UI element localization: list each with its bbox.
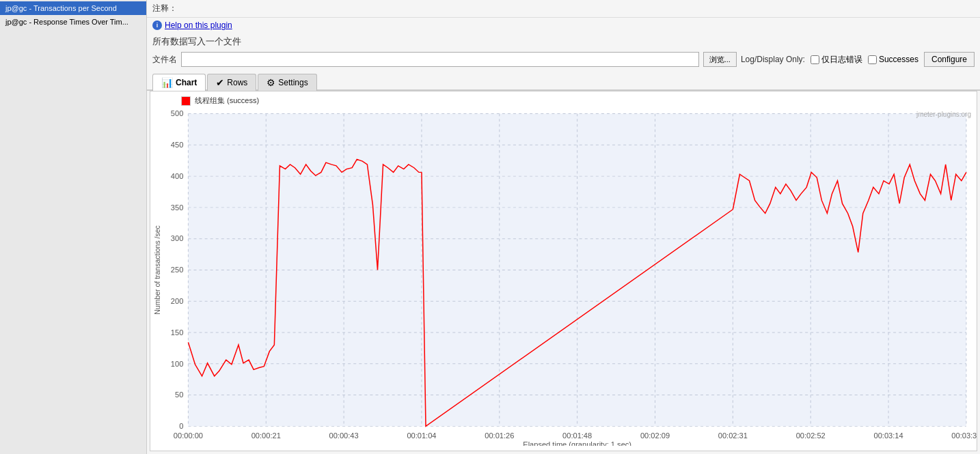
svg-text:00:00:43: 00:00:43 [329, 431, 359, 440]
svg-text:00:00:00: 00:00:00 [174, 431, 203, 440]
help-bar: i Help on this plugin [147, 18, 980, 33]
annotation-bar: 注释： [147, 0, 980, 18]
svg-text:100: 100 [171, 360, 183, 368]
chart-legend: 线程组集 (success) [150, 91, 977, 107]
svg-text:200: 200 [171, 297, 183, 305]
sidebar-item-response-times[interactable]: jp@gc - Response Times Over Tim... [0, 15, 146, 29]
legend-label: 线程组集 (success) [195, 96, 259, 106]
svg-text:00:03:14: 00:03:14 [873, 431, 903, 440]
svg-text:Number of transactions /sec: Number of transactions /sec [153, 225, 161, 315]
legend-color-swatch [181, 96, 191, 106]
chart-svg: 500 450 400 350 300 250 200 150 100 50 0… [150, 107, 977, 446]
svg-text:00:01:26: 00:01:26 [485, 431, 514, 440]
svg-text:50: 50 [175, 391, 183, 399]
svg-text:00:01:04: 00:01:04 [407, 431, 436, 440]
tab-chart[interactable]: 📊 Chart [152, 74, 206, 91]
svg-text:400: 400 [171, 172, 183, 180]
browse-button[interactable]: 浏览... [703, 52, 737, 67]
chart-tab-icon: 📊 [161, 77, 173, 88]
svg-text:350: 350 [171, 203, 183, 212]
help-icon: i [152, 20, 162, 30]
svg-text:00:00:21: 00:00:21 [251, 431, 281, 440]
tab-settings[interactable]: ⚙ Settings [258, 74, 316, 91]
svg-text:150: 150 [171, 328, 183, 337]
main-panel: 注释： i Help on this plugin 所有数据写入一个文件 文件名… [147, 0, 980, 454]
settings-tab-label: Settings [278, 78, 308, 87]
help-link[interactable]: Help on this plugin [165, 20, 232, 30]
errors-only-checkbox[interactable] [811, 55, 819, 64]
svg-text:300: 300 [171, 235, 183, 243]
svg-text:Elapsed time (granularity: 1 s: Elapsed time (granularity: 1 sec) [523, 440, 631, 446]
attribution-text: jmeter-plugins.org [916, 111, 971, 118]
svg-text:00:01:48: 00:01:48 [562, 431, 592, 440]
svg-text:00:02:09: 00:02:09 [640, 431, 670, 440]
rows-tab-icon: ✔ [216, 77, 224, 88]
svg-text:00:02:31: 00:02:31 [718, 431, 748, 440]
svg-text:450: 450 [171, 141, 183, 149]
rows-tab-label: Rows [227, 78, 247, 87]
svg-text:00:03:36: 00:03:36 [951, 431, 977, 440]
log-display-label: Log/Display Only: [741, 55, 805, 64]
sidebar-item-transactions[interactable]: jp@gc - Transactions per Second [0, 1, 146, 15]
successes-checkbox-group[interactable]: Successes [868, 55, 918, 64]
chart-area: 线程组集 (success) jmeter-plugins.org [150, 91, 977, 451]
svg-text:0: 0 [179, 422, 183, 430]
file-section-title: 所有数据写入一个文件 [152, 36, 975, 48]
errors-only-checkbox-group[interactable]: 仅日志错误 [811, 54, 862, 66]
sidebar: jp@gc - Transactions per Second jp@gc - … [0, 0, 147, 454]
settings-tab-icon: ⚙ [267, 77, 275, 88]
errors-only-label: 仅日志错误 [821, 54, 862, 66]
svg-text:500: 500 [171, 110, 183, 118]
successes-label: Successes [879, 55, 918, 64]
successes-checkbox[interactable] [868, 55, 877, 64]
file-input[interactable] [181, 52, 699, 67]
tab-bar: 📊 Chart ✔ Rows ⚙ Settings [147, 70, 980, 91]
file-section: 所有数据写入一个文件 文件名 浏览... Log/Display Only: 仅… [147, 33, 980, 70]
chart-tab-label: Chart [176, 78, 197, 87]
file-label: 文件名 [152, 54, 177, 66]
svg-text:00:02:52: 00:02:52 [796, 431, 826, 440]
configure-button[interactable]: Configure [924, 52, 975, 67]
tab-rows[interactable]: ✔ Rows [207, 74, 256, 91]
svg-text:250: 250 [171, 266, 183, 274]
